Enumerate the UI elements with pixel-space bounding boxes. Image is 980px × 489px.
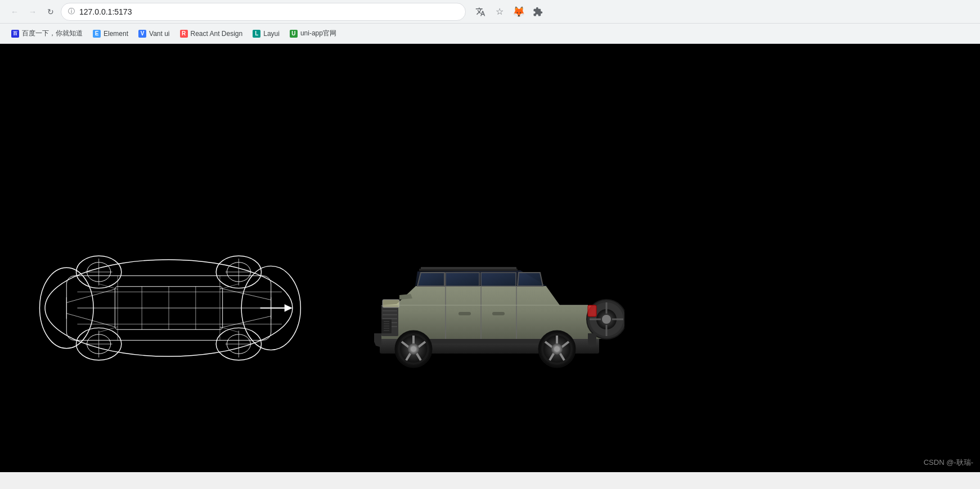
bookmark-layui[interactable]: L Layui <box>248 26 284 41</box>
svg-rect-45 <box>446 273 479 286</box>
bookmarks-bar: 百 百度一下，你就知道 E Element V Vant ui R React … <box>0 24 980 44</box>
bookmark-element-label: Element <box>104 30 128 38</box>
svg-rect-52 <box>458 312 471 315</box>
bookmark-react[interactable]: R React Ant Design <box>176 26 248 41</box>
layui-favicon: L <box>253 30 260 38</box>
footer-watermark: CSDN @-耿瑞- <box>924 458 973 468</box>
svg-rect-100 <box>588 305 596 316</box>
security-icon: ⓘ <box>68 7 75 16</box>
svg-rect-53 <box>492 312 505 315</box>
bookmark-layui-label: Layui <box>263 30 280 38</box>
bookmark-baidu[interactable]: 百 百度一下，你就知道 <box>7 26 87 41</box>
nav-right-buttons: ☆ 🦊 <box>473 4 546 20</box>
vant-favicon: V <box>138 30 146 38</box>
forward-button[interactable]: → <box>25 4 41 20</box>
url-text: 127.0.0.1:5173 <box>79 7 132 16</box>
bookmark-uni-label: uni-app官网 <box>300 29 336 38</box>
bookmark-baidu-label: 百度一下，你就知道 <box>22 29 83 38</box>
svg-marker-20 <box>285 304 293 311</box>
footer-text-content: CSDN @-耿瑞- <box>924 458 973 467</box>
svg-line-36 <box>220 316 271 328</box>
browser-frame: ← → ↻ ⓘ 127.0.0.1:5173 ☆ 🦊 <box>0 0 980 472</box>
reload-button[interactable]: ↻ <box>43 4 59 20</box>
svg-point-98 <box>554 346 560 352</box>
fox-extension-button[interactable]: 🦊 <box>511 4 527 20</box>
react-favicon: R <box>180 30 188 38</box>
bookmark-uni[interactable]: U uni-app官网 <box>285 26 341 41</box>
bookmark-react-label: React Ant Design <box>191 30 243 38</box>
bookmark-element[interactable]: E Element <box>88 26 133 41</box>
main-content: CSDN @-耿瑞- <box>0 44 980 472</box>
uni-favicon: U <box>290 30 298 38</box>
back-button[interactable]: ← <box>7 4 23 20</box>
svg-line-35 <box>220 288 271 300</box>
svg-point-87 <box>411 346 416 352</box>
bookmark-star-button[interactable]: ☆ <box>492 4 507 20</box>
element-favicon: E <box>93 30 101 38</box>
translate-button[interactable] <box>473 4 488 20</box>
address-bar[interactable]: ⓘ 127.0.0.1:5173 <box>61 3 466 21</box>
svg-rect-47 <box>481 273 516 286</box>
wireframe-car <box>31 246 307 370</box>
baidu-favicon: 百 <box>11 30 19 38</box>
svg-rect-60 <box>383 300 399 307</box>
extensions-button[interactable] <box>530 4 546 20</box>
solid-car <box>354 257 624 375</box>
svg-rect-44 <box>421 267 516 269</box>
bookmark-vant-label: Vant ui <box>149 30 169 38</box>
svg-point-65 <box>602 315 611 324</box>
nav-bar: ← → ↻ ⓘ 127.0.0.1:5173 ☆ 🦊 <box>0 0 980 24</box>
bookmark-vant[interactable]: V Vant ui <box>134 26 174 41</box>
